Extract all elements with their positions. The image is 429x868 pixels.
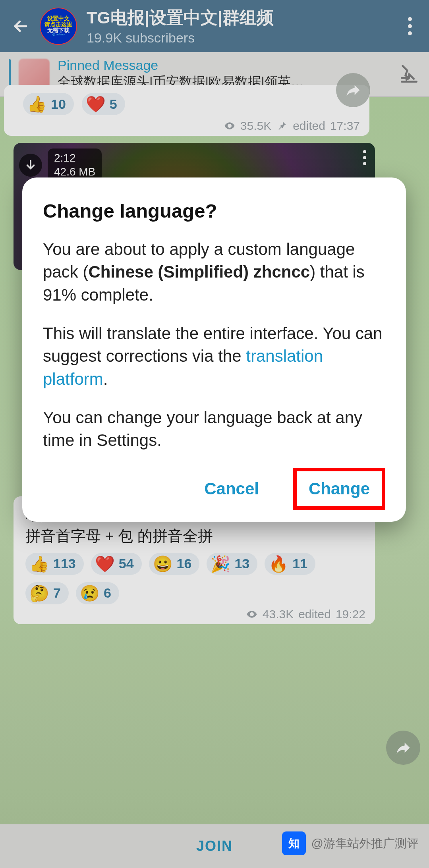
language-pack-name: Chinese (Simplified) zhcncc [88, 262, 310, 281]
annotation-highlight-box: Change [293, 468, 385, 510]
change-language-dialog: Change language? You are about to apply … [22, 177, 406, 522]
change-button[interactable]: Change [305, 474, 373, 504]
dialog-title: Change language? [43, 200, 385, 222]
dialog-text: You can change your language back at any… [43, 406, 385, 452]
cancel-button[interactable]: Cancel [194, 472, 269, 505]
zhihu-logo-icon: 知 [282, 831, 306, 855]
dialog-text: . [103, 370, 108, 388]
dialog-body: You are about to apply a custom language… [43, 238, 385, 452]
watermark: 知 @游隼站外推广测评 [282, 831, 419, 855]
dialog-text: This will translate the entire interface… [43, 324, 382, 365]
watermark-text: @游隼站外推广测评 [311, 835, 419, 852]
